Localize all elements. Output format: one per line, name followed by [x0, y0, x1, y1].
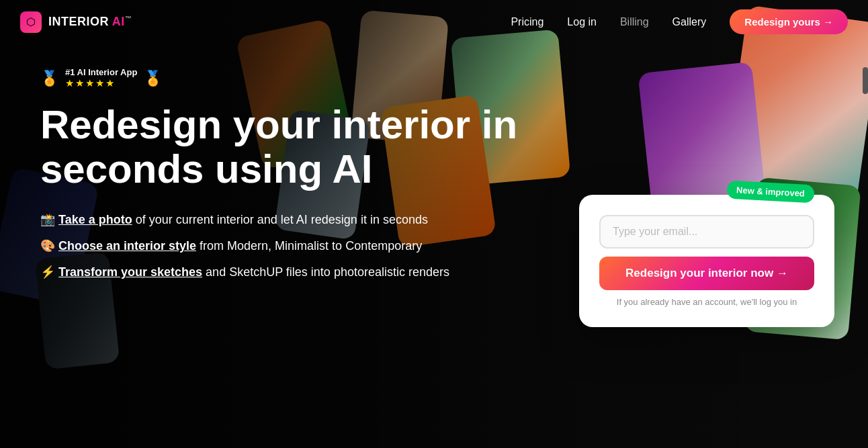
new-improved-badge: New & improved — [727, 181, 815, 204]
email-input[interactable] — [599, 215, 814, 249]
nav-billing[interactable]: Billing — [620, 16, 649, 28]
feature-3-emoji: ⚡ — [40, 265, 55, 279]
feature-item-3: ⚡ Transform your sketches and SketchUP f… — [40, 264, 591, 281]
logo-emoji: ⬡ — [26, 15, 36, 28]
trademark: ™ — [125, 15, 132, 22]
badge-stars: ★★★★★ — [65, 77, 137, 89]
feature-list: 📸 Take a photo of your current interior … — [40, 212, 591, 281]
logo-icon: ⬡ — [20, 11, 42, 33]
nav-login[interactable]: Log in — [567, 16, 597, 28]
cta-note: If you already have an account, we'll lo… — [599, 297, 814, 307]
nav-gallery[interactable]: Gallery — [672, 16, 707, 28]
feature-2-rest: from Modern, Minimalist to Contemporary — [196, 239, 422, 253]
brand-name: INTERIOR — [48, 15, 112, 28]
feature-3-rest: and SketchUP files into photorealistic r… — [202, 265, 449, 279]
main-content: 🏅 #1 AI Interior App ★★★★★ 🏅 Redesign yo… — [40, 67, 591, 281]
feature-2-emoji: 🎨 — [40, 239, 55, 253]
logo: ⬡ INTERIOR AI™ — [20, 11, 132, 33]
feature-1-link[interactable]: Take a photo — [58, 213, 132, 226]
redesign-interior-button[interactable]: Redesign your interior now → — [599, 257, 814, 290]
scrollbar-thumb[interactable] — [863, 67, 868, 94]
hero-headline: Redesign your interior in seconds using … — [40, 103, 591, 191]
feature-item-2: 🎨 Choose an interior style from Modern, … — [40, 238, 591, 255]
nav-links: Pricing Log in Billing Gallery Redesign … — [511, 9, 848, 34]
badge-title: #1 AI Interior App — [65, 67, 137, 77]
cta-card: New & improved Redesign your interior no… — [579, 195, 834, 327]
feature-2-link[interactable]: Choose an interior style — [58, 239, 196, 253]
navbar: ⬡ INTERIOR AI™ Pricing Log in Billing Ga… — [0, 0, 868, 44]
badge-text: #1 AI Interior App ★★★★★ — [65, 67, 137, 89]
ai-text: AI — [112, 15, 125, 28]
laurel-right: 🏅 — [144, 70, 162, 87]
award-badge: 🏅 #1 AI Interior App ★★★★★ 🏅 — [40, 67, 591, 89]
redesign-yours-button[interactable]: Redesign yours → — [730, 9, 848, 34]
feature-3-link[interactable]: Transform your sketches — [58, 265, 202, 279]
feature-1-emoji: 📸 — [40, 213, 55, 226]
laurel-left: 🏅 — [40, 70, 58, 87]
logo-text: INTERIOR AI™ — [48, 15, 132, 29]
feature-item-1: 📸 Take a photo of your current interior … — [40, 212, 591, 228]
nav-pricing[interactable]: Pricing — [511, 16, 544, 28]
feature-1-rest: of your current interior and let AI rede… — [132, 213, 428, 226]
